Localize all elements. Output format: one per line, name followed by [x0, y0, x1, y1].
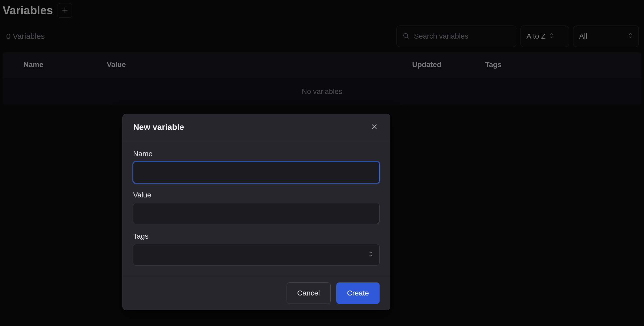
modal-header: New variable — [123, 114, 390, 140]
modal-title: New variable — [133, 122, 184, 132]
value-input[interactable] — [133, 203, 380, 224]
modal-body: Name Value Tags — [123, 140, 390, 276]
name-field-group: Name — [133, 150, 380, 183]
new-variable-modal: New variable Name Value Tags — [122, 114, 390, 310]
tags-label: Tags — [133, 232, 380, 240]
tags-field-group: Tags — [133, 232, 380, 265]
chevron-up-down-icon — [368, 251, 373, 259]
name-input[interactable] — [133, 162, 380, 183]
close-icon — [371, 123, 378, 131]
create-button[interactable]: Create — [336, 282, 380, 304]
name-label: Name — [133, 150, 380, 158]
close-button[interactable] — [369, 122, 380, 132]
value-label: Value — [133, 191, 380, 199]
modal-footer: Cancel Create — [123, 276, 390, 310]
value-field-group: Value — [133, 191, 380, 224]
tags-select[interactable] — [133, 244, 380, 265]
cancel-button[interactable]: Cancel — [287, 282, 331, 304]
